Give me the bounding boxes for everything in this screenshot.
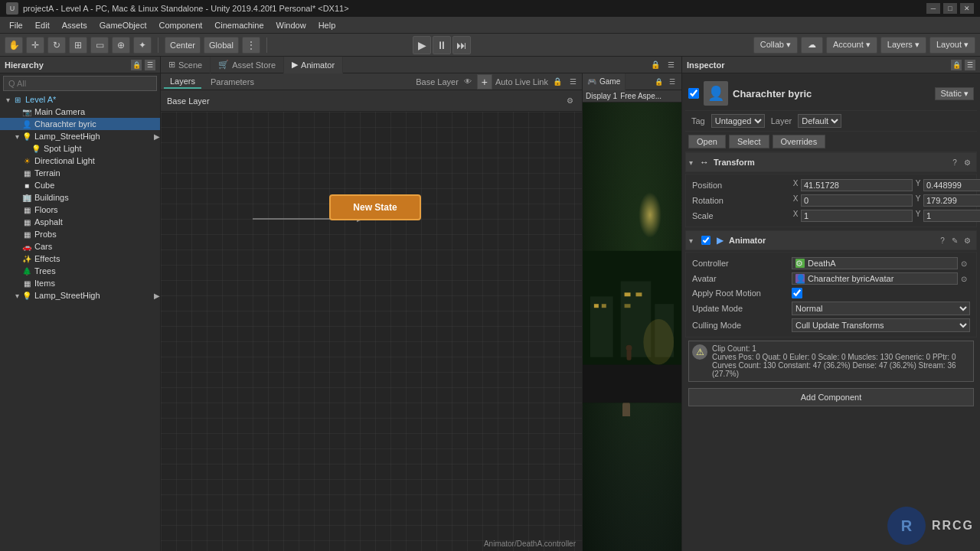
list-item[interactable]: 💡 Spot Light — [0, 142, 160, 155]
menu-assets[interactable]: Assets — [56, 19, 93, 31]
add-component-button[interactable]: Add Component — [688, 388, 974, 406]
controller-field[interactable]: ⚙ DeathA — [792, 257, 958, 269]
avatar-pick-icon[interactable]: ⊙ — [958, 272, 970, 285]
base-layer-settings-icon[interactable]: ⚙ — [564, 95, 576, 107]
tab-asset-store[interactable]: 🛒 Asset Store — [211, 57, 284, 73]
scale-tool-button[interactable]: ⊞ — [69, 37, 87, 54]
transform-component-header[interactable]: ▾ ↔ Transform ? ⚙ — [685, 152, 977, 172]
animator-help-icon[interactable]: ? — [936, 234, 949, 246]
lock-icon-btn[interactable]: 🔒 — [649, 59, 662, 71]
animator-active-checkbox[interactable] — [701, 236, 710, 245]
move-tool-button[interactable]: ✛ — [26, 37, 44, 54]
maximize-button[interactable]: □ — [943, 3, 957, 14]
list-item[interactable]: 🚗 Cars — [0, 240, 160, 253]
hierarchy-search-input[interactable] — [3, 76, 157, 91]
add-layer-button[interactable]: + — [477, 74, 492, 90]
list-item[interactable]: 📷 Main Camera — [0, 106, 160, 118]
menu-gameobject[interactable]: GameObject — [93, 19, 153, 31]
layer-select[interactable]: Default — [798, 114, 841, 128]
culling-mode-select[interactable]: Cull Update Transforms — [792, 318, 970, 332]
tab-scene[interactable]: ⊞ Scene — [161, 57, 211, 73]
custom-tool-button[interactable]: ✦ — [133, 37, 152, 54]
pos-y-input[interactable] — [923, 179, 980, 191]
hand-tool-button[interactable]: ✋ — [5, 37, 23, 54]
static-button[interactable]: Static ▾ — [935, 87, 974, 100]
animator-layers-tab[interactable]: Layers — [164, 75, 201, 89]
controller-pick-icon[interactable]: ⊙ — [958, 257, 970, 269]
list-item[interactable]: ▾ 💡 Lamp_StreetHigh ▶ — [0, 130, 160, 142]
menu-edit[interactable]: Edit — [29, 19, 56, 31]
avatar-field[interactable]: 👤 Charachter byricAvatar — [792, 272, 958, 285]
object-active-checkbox[interactable] — [688, 88, 699, 99]
update-mode-select[interactable]: Normal — [792, 302, 970, 315]
minimize-button[interactable]: ─ — [926, 3, 940, 14]
list-item[interactable]: 🌲 Trees — [0, 265, 160, 277]
hierarchy-lock-button[interactable]: 🔒 — [131, 60, 142, 70]
animator-edit-icon[interactable]: ✎ — [949, 234, 961, 246]
collab-button[interactable]: Collab ▾ — [753, 37, 798, 54]
animator-menu-icon[interactable]: ☰ — [567, 76, 579, 88]
menu-help[interactable]: Help — [312, 19, 342, 31]
space-toggle[interactable]: Global — [204, 37, 239, 54]
pivot-toggle[interactable]: Center — [165, 37, 201, 54]
list-item[interactable]: ▦ Probs — [0, 228, 160, 240]
tab-animator[interactable]: ▶ Animator — [284, 57, 343, 73]
cloud-button[interactable]: ☁ — [801, 37, 823, 54]
play-button[interactable]: ▶ — [413, 36, 431, 54]
list-item[interactable]: 👤 Charachter byric — [0, 118, 160, 130]
curves-count-text: Curves Count: 130 Constant: 47 (36.2%) D… — [712, 361, 970, 378]
tab-game[interactable]: 🎮 Game — [583, 73, 626, 90]
step-button[interactable]: ⏭ — [452, 36, 471, 54]
hier-item-label: Level A* — [25, 95, 56, 104]
animator-parameters-tab[interactable]: Parameters — [204, 76, 260, 88]
apply-root-motion-checkbox[interactable] — [792, 288, 802, 298]
list-item[interactable]: ▦ Floors — [0, 204, 160, 216]
menu-cinemachine[interactable]: Cinemachine — [208, 19, 270, 31]
game-lock-icon[interactable]: 🔒 — [652, 76, 665, 88]
overrides-button[interactable]: Overrides — [773, 135, 826, 148]
rot-y-input[interactable] — [923, 194, 980, 207]
hierarchy-menu-button[interactable]: ☰ — [145, 60, 155, 70]
layout-button[interactable]: Layout ▾ — [929, 37, 975, 54]
list-item[interactable]: ▦ Asphalt — [0, 216, 160, 228]
game-menu-icon[interactable]: ☰ — [666, 76, 678, 88]
close-button[interactable]: ✕ — [960, 3, 974, 14]
inspector-panel: Inspector 🔒 ☰ 👤 Charachter byric Static … — [681, 57, 980, 551]
animator-comp-settings-icon[interactable]: ⚙ — [961, 234, 973, 246]
menu-component[interactable]: Component — [152, 19, 208, 31]
open-button[interactable]: Open — [688, 135, 726, 148]
menu-window[interactable]: Window — [270, 19, 312, 31]
transform-settings-icon[interactable]: ⚙ — [961, 156, 973, 168]
transform-tool-button[interactable]: ⊕ — [112, 37, 130, 54]
pause-button[interactable]: ⏸ — [433, 36, 451, 54]
scale-x-input[interactable] — [801, 210, 913, 222]
select-button[interactable]: Select — [729, 135, 769, 148]
list-item[interactable]: ▦ Terrain — [0, 167, 160, 179]
rot-x-input[interactable] — [801, 194, 913, 207]
list-item[interactable]: ✨ Effects — [0, 253, 160, 265]
list-item[interactable]: ■ Cube — [0, 179, 160, 191]
list-item[interactable]: ▦ Items — [0, 277, 160, 289]
list-item[interactable]: 🏢 Buildings — [0, 191, 160, 204]
list-item[interactable]: ▾ 💡 Lamp_StreetHigh ▶ — [0, 289, 160, 302]
animator-component-header[interactable]: ▾ ▶ Animator ? ✎ ⚙ — [685, 230, 977, 250]
menu-file[interactable]: File — [3, 19, 29, 31]
inspector-lock-button[interactable]: 🔒 — [951, 60, 962, 70]
eye-icon[interactable]: 👁 — [462, 76, 474, 88]
animator-grid[interactable]: New State Animator/DeathA.controller — [161, 112, 582, 551]
list-item[interactable]: ☀ Directional Light — [0, 155, 160, 167]
account-button[interactable]: Account ▾ — [826, 37, 877, 54]
pos-x-input[interactable] — [801, 179, 913, 191]
transform-help-icon[interactable]: ? — [949, 156, 961, 168]
rotate-tool-button[interactable]: ↻ — [47, 37, 66, 54]
snap-settings-button[interactable]: ⋮ — [242, 37, 260, 54]
animator-lock-icon[interactable]: 🔒 — [551, 76, 564, 88]
layers-button[interactable]: Layers ▾ — [880, 37, 926, 54]
inspector-menu-button[interactable]: ☰ — [965, 60, 975, 70]
new-state-node[interactable]: New State — [329, 194, 421, 220]
menu-icon-btn[interactable]: ☰ — [665, 59, 677, 71]
rect-tool-button[interactable]: ▭ — [90, 37, 109, 54]
list-item[interactable]: ▾ ⊞ Level A* — [0, 93, 160, 106]
scale-y-input[interactable] — [923, 210, 980, 222]
tag-select[interactable]: Untagged — [711, 114, 765, 128]
